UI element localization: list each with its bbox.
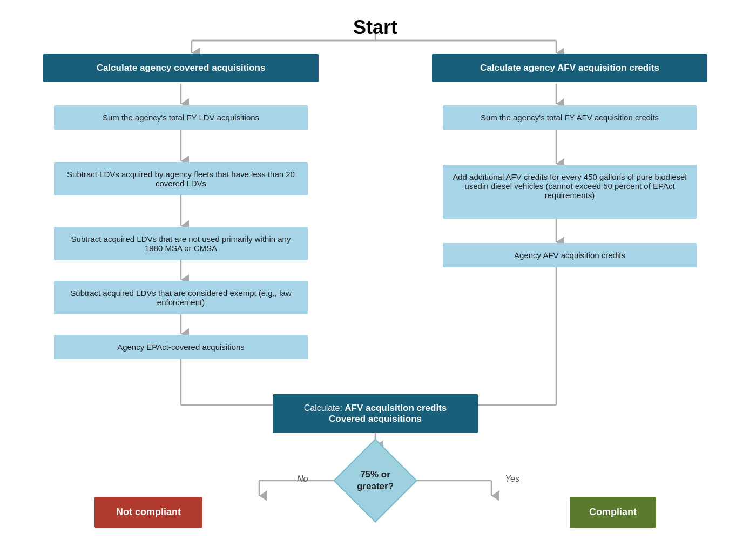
- calc-line1: AFV acquisition credits: [345, 403, 447, 413]
- no-label: No: [297, 474, 308, 484]
- center-calc-box: Calculate: AFV acquisition credits Cover…: [273, 394, 478, 433]
- left-step-5-text: Agency EPAct-covered acquisitions: [54, 335, 308, 359]
- right-step-2: Add additional AFV credits for every 450…: [443, 165, 697, 219]
- left-step-5: Agency EPAct-covered acquisitions: [54, 335, 308, 359]
- left-step-1: Sum the agency's total FY LDV acquisitio…: [54, 105, 308, 130]
- left-header-box: Calculate agency covered acquisitions: [43, 54, 319, 82]
- right-header-box: Calculate agency AFV acquisition credits: [432, 54, 707, 82]
- compliant-text: Compliant: [570, 497, 656, 528]
- left-step-4: Subtract acquired LDVs that are consider…: [54, 281, 308, 314]
- decision-diamond: 75% or greater?: [340, 446, 410, 516]
- page-title: Start: [11, 16, 729, 39]
- calc-label: Calculate:: [304, 403, 342, 413]
- compliant-box: Compliant: [570, 497, 656, 528]
- left-step-3: Subtract acquired LDVs that are not used…: [54, 227, 308, 260]
- left-step-3-text: Subtract acquired LDVs that are not used…: [54, 227, 308, 260]
- left-step-2: Subtract LDVs acquired by agency fleets …: [54, 162, 308, 195]
- diamond-text: 75% or greater?: [340, 446, 410, 516]
- left-step-4-text: Subtract acquired LDVs that are consider…: [54, 281, 308, 314]
- left-header-text: Calculate agency covered acquisitions: [43, 54, 319, 82]
- left-step-2-text: Subtract LDVs acquired by agency fleets …: [54, 162, 308, 195]
- right-step-1-text: Sum the agency's total FY AFV acquisitio…: [443, 105, 697, 130]
- calc-line2: Covered acquisitions: [329, 414, 422, 424]
- left-step-1-text: Sum the agency's total FY LDV acquisitio…: [54, 105, 308, 130]
- not-compliant-text: Not compliant: [94, 497, 202, 528]
- right-step-3-text: Agency AFV acquisition credits: [443, 243, 697, 267]
- right-step-1: Sum the agency's total FY AFV acquisitio…: [443, 105, 697, 130]
- right-step-3: Agency AFV acquisition credits: [443, 243, 697, 267]
- right-header-text: Calculate agency AFV acquisition credits: [432, 54, 707, 82]
- not-compliant-box: Not compliant: [94, 497, 202, 528]
- right-step-2-text: Add additional AFV credits for every 450…: [443, 165, 697, 219]
- yes-label: Yes: [505, 474, 519, 484]
